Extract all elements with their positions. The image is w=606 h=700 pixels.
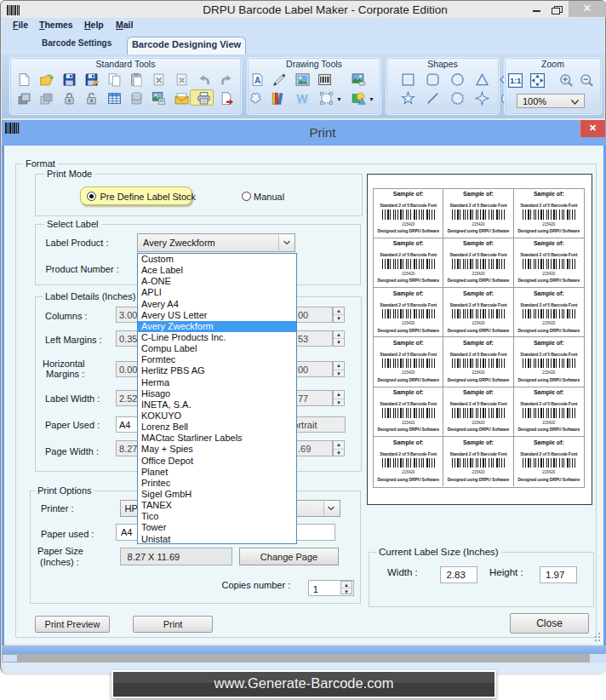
svg-text:W: W [297,92,309,106]
svg-text:A: A [254,76,261,85]
svg-text:1:1: 1:1 [510,77,521,85]
